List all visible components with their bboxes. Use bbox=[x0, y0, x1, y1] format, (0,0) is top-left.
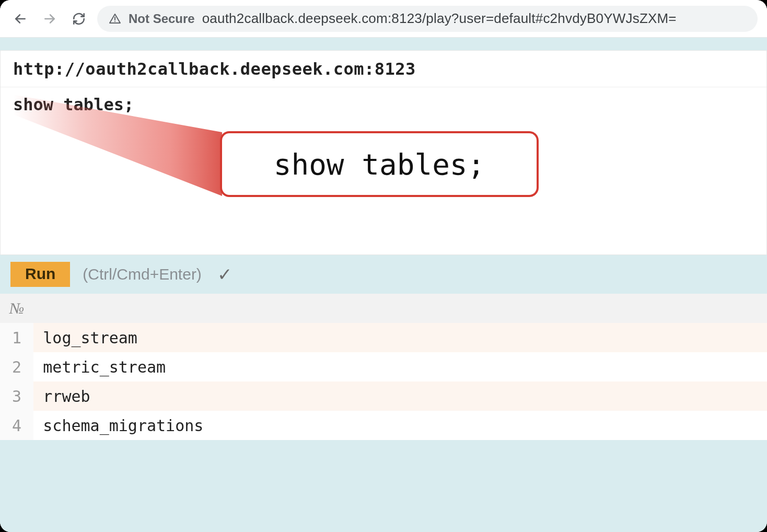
arrow-right-icon bbox=[43, 12, 56, 26]
row-number: 4 bbox=[0, 411, 33, 440]
browser-toolbar: Not Secure oauth2callback.deepseek.com:8… bbox=[0, 0, 767, 38]
warning-icon bbox=[109, 13, 121, 25]
address-bar[interactable]: Not Secure oauth2callback.deepseek.com:8… bbox=[97, 6, 758, 32]
table-row[interactable]: 4 schema_migrations bbox=[0, 411, 767, 440]
row-value: metric_stream bbox=[33, 352, 767, 381]
status-check-icon: ✓ bbox=[217, 264, 232, 285]
address-text: oauth2callback.deepseek.com:8123/play?us… bbox=[202, 10, 677, 27]
shortcut-hint: (Ctrl/Cmd+Enter) bbox=[83, 265, 202, 283]
reload-button[interactable] bbox=[68, 8, 90, 30]
row-value: log_stream bbox=[33, 323, 767, 352]
page-body: http://oauth2callback.deepseek.com:8123 … bbox=[0, 38, 767, 532]
row-number-header: № bbox=[9, 299, 24, 317]
run-toolbar: Run (Ctrl/Cmd+Enter) ✓ bbox=[0, 255, 767, 294]
query-text: show tables; bbox=[13, 95, 134, 114]
callout-text: show tables; bbox=[274, 147, 485, 181]
table-row[interactable]: 2 metric_stream bbox=[0, 352, 767, 381]
server-url-row[interactable]: http://oauth2callback.deepseek.com:8123 bbox=[1, 51, 766, 87]
table-row[interactable]: 3 rrweb bbox=[0, 381, 767, 411]
back-button[interactable] bbox=[9, 8, 31, 30]
svg-point-3 bbox=[114, 20, 115, 21]
reload-icon bbox=[72, 12, 86, 26]
row-number: 2 bbox=[0, 352, 33, 381]
name-column-header bbox=[33, 294, 767, 323]
row-number: 1 bbox=[0, 323, 33, 352]
results-table: № 1 log_stream 2 metric_stream 3 bbox=[0, 294, 767, 440]
row-value: rrweb bbox=[33, 381, 767, 411]
query-callout: show tables; bbox=[220, 131, 539, 197]
row-value: schema_migrations bbox=[33, 411, 767, 440]
table-row[interactable]: 1 log_stream bbox=[0, 323, 767, 352]
run-button[interactable]: Run bbox=[10, 262, 70, 287]
query-editor[interactable]: show tables; show tables; bbox=[1, 87, 766, 255]
arrow-left-icon bbox=[14, 12, 27, 26]
table-header-row: № bbox=[0, 294, 767, 323]
row-number: 3 bbox=[0, 381, 33, 411]
server-url: http://oauth2callback.deepseek.com:8123 bbox=[13, 59, 416, 79]
forward-button[interactable] bbox=[39, 8, 61, 30]
not-secure-label: Not Secure bbox=[129, 11, 195, 26]
query-card: http://oauth2callback.deepseek.com:8123 … bbox=[0, 50, 767, 255]
